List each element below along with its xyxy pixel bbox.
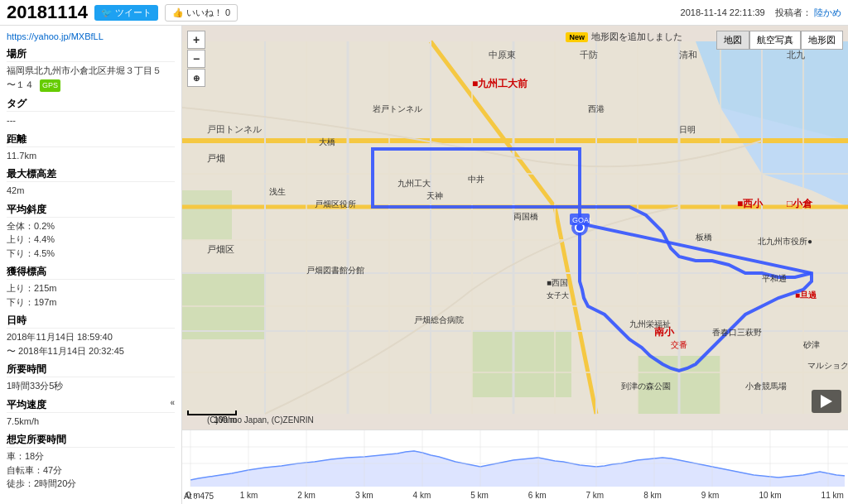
svg-text:九州工大: 九州工大	[398, 179, 431, 188]
svg-text:戸田トンネル: 戸田トンネル	[207, 124, 262, 134]
url-link[interactable]: https://yahoo.jp/MXBfLL	[7, 31, 104, 41]
svg-text:女子大: 女子大	[547, 291, 569, 300]
svg-text:浅生: 浅生	[269, 187, 286, 196]
zoom-area-button[interactable]: ⊕	[187, 69, 205, 87]
date-values: 2018年11月14日 18:59:40 〜 2018年11月14日 20:32…	[7, 330, 175, 358]
svg-text:香春口三萩野: 香春口三萩野	[712, 328, 762, 337]
top-bar: 20181114 🐦 ツイート 👍 いいね！ 0 2018-11-14 22:1…	[0, 0, 848, 26]
svg-text:両国橋: 両国橋	[513, 212, 538, 221]
elevation-diff-value: 42m	[7, 184, 175, 198]
map-type-aerial[interactable]: 航空写真	[749, 31, 801, 50]
svg-text:交番: 交番	[671, 340, 687, 349]
svg-text:中原東: 中原東	[489, 50, 516, 60]
svg-rect-2	[472, 331, 571, 397]
svg-text:■九州工大前: ■九州工大前	[472, 78, 528, 89]
map-type-normal[interactable]: 地図	[716, 31, 749, 50]
svg-point-7	[576, 224, 583, 231]
video-play-button[interactable]	[812, 390, 841, 413]
distance-label: 距離	[7, 132, 175, 147]
svg-text:西港: 西港	[588, 104, 605, 113]
gain-values: 上り：215m 下り：197m	[7, 281, 175, 309]
map-controls: + − ⊕	[187, 31, 205, 87]
estimated-values: 車：18分 自転車：47分 徒歩：2時間20分	[7, 449, 175, 491]
svg-text:戸畑総合病院: 戸畑総合病院	[414, 315, 464, 324]
elevation-diff-label: 最大標高差	[7, 167, 175, 182]
collapse-button[interactable]: «	[170, 398, 175, 407]
svg-text:戸畑図書館分館: 戸畑図書館分館	[306, 266, 364, 275]
svg-rect-4	[182, 190, 232, 240]
thumbsup-icon: 👍	[172, 7, 184, 18]
date-label: 日時	[7, 314, 175, 329]
zoom-out-button[interactable]: −	[187, 50, 205, 68]
at-label: At：475	[184, 491, 214, 502]
poster-link[interactable]: 陸かめ	[814, 7, 841, 17]
new-text: 地形図を追加しました	[591, 31, 682, 43]
zoom-in-button[interactable]: +	[187, 31, 205, 49]
svg-text:大橋: 大橋	[319, 137, 335, 146]
main-content: https://yahoo.jp/MXBfLL 場所 福岡県北九州市小倉北区井堀…	[0, 26, 848, 504]
tags-label: タグ	[7, 97, 175, 112]
elevation-chart-svg	[182, 430, 848, 488]
slope-label: 平均斜度	[7, 203, 175, 218]
right-area: 中原東 千防 清和 北九 ■九州工大前 岩戸トンネル 戸田トンネル 戸畑 大橋 …	[182, 26, 848, 504]
svg-text:南小: 南小	[654, 326, 675, 338]
speed-value: 7.5km/h	[7, 415, 175, 429]
svg-text:岩戸トンネル: 岩戸トンネル	[373, 104, 422, 113]
svg-text:天神: 天神	[426, 191, 443, 200]
svg-text:北九州市役所●: 北九州市役所●	[758, 237, 812, 246]
elevation-container: 0 m 1 km 2 km 3 km 4 km 5 km 6 km 7 km 8…	[182, 430, 848, 504]
left-panel: https://yahoo.jp/MXBfLL 場所 福岡県北九州市小倉北区井堀…	[0, 26, 182, 504]
svg-text:清和: 清和	[679, 50, 697, 60]
svg-text:戸畑区: 戸畑区	[207, 244, 234, 254]
like-button[interactable]: 👍 いいね！ 0	[165, 4, 238, 22]
svg-text:日明: 日明	[679, 125, 696, 134]
play-icon	[821, 395, 832, 408]
time-value: 1時間33分5秒	[7, 379, 175, 393]
tags-value: ---	[7, 113, 175, 127]
page-title: 20181114	[7, 2, 88, 23]
time-label: 所要時間	[7, 362, 175, 377]
gain-label: 獲得標高	[7, 265, 175, 280]
speed-label: 平均速度 «	[7, 398, 175, 413]
map-copyright: (C)Yahoo Japan, (C)ZENRIN	[207, 415, 314, 425]
map-container[interactable]: 中原東 千防 清和 北九 ■九州工大前 岩戸トンネル 戸田トンネル 戸畑 大橋 …	[182, 26, 848, 430]
svg-text:砂津: 砂津	[802, 340, 820, 349]
svg-text:戸畑: 戸畑	[207, 153, 225, 163]
map-type-terrain[interactable]: 地形図	[801, 31, 843, 50]
top-bar-right: 2018-11-14 22:11:39 投稿者： 陸かめ	[681, 7, 841, 19]
svg-text:□小倉: □小倉	[787, 198, 813, 209]
new-badge: New	[566, 32, 588, 42]
svg-text:GOAL: GOAL	[572, 216, 593, 224]
distance-value: 11.7km	[7, 149, 175, 163]
svg-text:北九: 北九	[787, 50, 805, 60]
svg-text:平和通: 平和通	[762, 274, 787, 283]
slope-values: 全体：0.2% 上り：4.4% 下り：4.5%	[7, 219, 175, 261]
svg-text:■旦過: ■旦過	[795, 290, 817, 300]
svg-text:千防: 千防	[580, 50, 598, 60]
svg-text:到津の森公園: 到津の森公園	[621, 382, 671, 391]
svg-text:マルショク: マルショク	[807, 361, 848, 370]
twitter-button[interactable]: 🐦 ツイート	[94, 5, 158, 21]
svg-text:中井: 中井	[468, 175, 484, 184]
svg-text:板橋: 板橋	[695, 233, 712, 242]
gps-badge: GPS	[40, 79, 60, 93]
estimated-label: 想定所要時間	[7, 433, 175, 448]
location-value: 福岡県北九州市小倉北区井堀３丁目５ 〜１４ GPS	[7, 64, 175, 92]
svg-text:■西国: ■西国	[547, 278, 568, 287]
map-new-badge-area: New 地形図を追加しました	[566, 31, 682, 43]
top-bar-left: 20181114 🐦 ツイート 👍 いいね！ 0	[7, 2, 238, 23]
map-type-buttons: 地図 航空写真 地形図	[716, 31, 843, 50]
location-label: 場所	[7, 47, 175, 62]
svg-text:戸畑区役所: 戸畑区役所	[315, 199, 356, 209]
elevation-axis: 0 m 1 km 2 km 3 km 4 km 5 km 6 km 7 km 8…	[182, 489, 848, 504]
twitter-icon: 🐦	[101, 7, 113, 18]
svg-text:小倉競馬場: 小倉競馬場	[745, 382, 787, 391]
map-svg: 中原東 千防 清和 北九 ■九州工大前 岩戸トンネル 戸田トンネル 戸畑 大橋 …	[182, 26, 848, 430]
svg-text:■西小: ■西小	[737, 198, 764, 209]
